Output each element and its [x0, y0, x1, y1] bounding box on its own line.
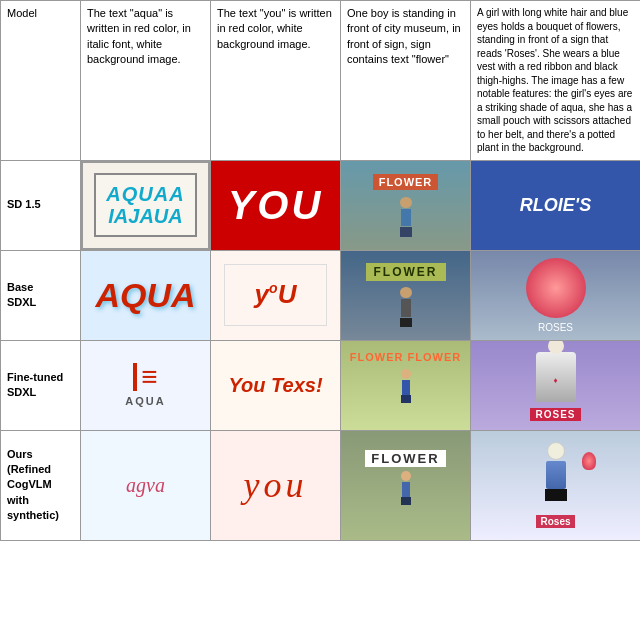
- header-model: Model: [1, 1, 81, 161]
- ours-head: [401, 471, 411, 481]
- person-legs: [400, 227, 412, 237]
- person-figure: [396, 197, 416, 237]
- model-label-ft: Fine-tunedSDXL: [1, 340, 81, 430]
- ours-you-image: you: [211, 430, 341, 540]
- sdxl-person-head: [400, 287, 412, 298]
- ft-person: [393, 369, 418, 419]
- ft-figure-body: ♦: [536, 352, 576, 402]
- sdxl-person-legs: [400, 318, 412, 328]
- ours-roses-sign: Roses: [536, 515, 574, 528]
- ours-anime-body: [546, 461, 566, 489]
- ours-legs: [401, 497, 411, 505]
- ft-head: [401, 369, 411, 379]
- sdxl-aqua-placeholder: AQUA: [81, 251, 210, 340]
- ft-label: Fine-tunedSDXL: [7, 371, 63, 398]
- sdxl-flower-scene: [396, 287, 416, 327]
- sdxl-label: BaseSDXL: [7, 281, 36, 308]
- ft-aqua-placeholder: ≡ AQUA: [81, 341, 210, 430]
- model-label-ours: Ours(RefinedCogVLMwithsynthetic): [1, 430, 81, 540]
- sdxl-roses-text: ROSES: [538, 322, 573, 333]
- ours-aqua-text: agva: [126, 474, 165, 497]
- header-col1: The text "aqua" is written in red color,…: [81, 1, 211, 161]
- sd15-flower-image: FLOWER: [341, 160, 471, 250]
- ft-flower-placeholder: FLOWER FLOWER: [341, 341, 470, 430]
- ours-anime-figure: [526, 442, 586, 512]
- sd15-you-img-placeholder: YOU: [211, 161, 340, 250]
- sd15-flower-banner: FLOWER: [373, 174, 439, 190]
- ft-aqua-image: ≡ AQUA: [81, 340, 211, 430]
- ours-anime-head: [547, 442, 565, 460]
- ours-flower-placeholder: FLOWER: [341, 431, 470, 540]
- sd15-aqua-image: AQUAA IAJAUA: [81, 160, 211, 250]
- ft-legs: [401, 395, 411, 403]
- ours-flower-image: FLOWER: [341, 430, 471, 540]
- ft-figure-label: ♦: [553, 376, 557, 385]
- sdxl-flower-image: FLOWER: [341, 250, 471, 340]
- sdxl-you-image: yoU: [211, 250, 341, 340]
- sdxl-aqua-text: AQUA: [95, 276, 195, 315]
- ft-body: [402, 380, 410, 395]
- ours-flower-banner: FLOWER: [365, 450, 445, 467]
- ours-you-text: you: [244, 464, 308, 506]
- sdxl-person-body: [401, 299, 411, 316]
- you-box: yoU: [224, 264, 327, 326]
- model-label-sdxl: BaseSDXL: [1, 250, 81, 340]
- sd15-flower-placeholder: FLOWER: [341, 161, 470, 250]
- person-head: [400, 197, 412, 208]
- logo-ie-mark: ≡: [133, 363, 157, 391]
- sdxl-flower-banner: FLOWER: [366, 263, 446, 281]
- ft-flower-image: FLOWER FLOWER: [341, 340, 471, 430]
- sdxl-roses-placeholder: ROSES: [471, 251, 640, 340]
- sdxl-roses-bouquet: [526, 258, 586, 318]
- logo-ie-container: ≡ AQUA: [125, 363, 165, 407]
- ft-roses-placeholder: ♦ ROSES: [471, 341, 640, 430]
- sd15-roses-image: RLOIE'S: [471, 160, 641, 250]
- header-col4: A girl with long white hair and blue eye…: [471, 1, 641, 161]
- sdxl-roses-image: ROSES: [471, 250, 641, 340]
- header-col3: One boy is standing in front of city mus…: [341, 1, 471, 161]
- sd15-you-text: YOU: [228, 183, 324, 228]
- aqua-text-bottom: IAJAUA: [108, 205, 182, 227]
- model-label-sd15: SD 1.5: [1, 160, 81, 250]
- sd15-roses-placeholder: RLOIE'S: [471, 161, 640, 250]
- sd15-roses-text: RLOIE'S: [520, 195, 591, 216]
- ours-label: Ours(RefinedCogVLMwithsynthetic): [7, 448, 59, 522]
- ft-you-text: You Texs!: [228, 374, 322, 397]
- sd15-you-image: YOU: [211, 160, 341, 250]
- ours-anime-legs: [545, 489, 567, 501]
- ours-roses-placeholder: Roses: [471, 431, 640, 540]
- sdxl-you-placeholder: yoU: [211, 251, 340, 340]
- ours-body: [402, 482, 410, 497]
- sdxl-you-text: yoU: [255, 279, 297, 310]
- ours-aqua-placeholder: agva: [81, 431, 210, 540]
- header-col2: The text "you" is written in red color, …: [211, 1, 341, 161]
- aqua-box: AQUAA IAJAUA: [94, 173, 196, 237]
- sd15-flower-scene: [396, 197, 416, 237]
- sdxl-aqua-image: AQUA: [81, 250, 211, 340]
- ft-you-placeholder: You Texs!: [211, 341, 340, 430]
- ours-you-placeholder: you: [211, 431, 340, 540]
- ours-flower-scene: [393, 471, 418, 521]
- ft-anime-figure: ♦: [528, 350, 583, 405]
- sdxl-flower-placeholder: FLOWER: [341, 251, 470, 340]
- logo-ie-text: AQUA: [125, 395, 165, 407]
- ours-person: [393, 471, 418, 521]
- ours-roses-image: Roses: [471, 430, 641, 540]
- ft-roses-image: ♦ ROSES: [471, 340, 641, 430]
- ft-roses-sign: ROSES: [530, 408, 580, 421]
- person-body: [401, 209, 411, 226]
- ours-bouquet: [582, 452, 596, 470]
- ft-flower-banner: FLOWER FLOWER: [350, 351, 461, 363]
- ft-figure-head: [548, 340, 564, 354]
- ft-you-image: You Texs!: [211, 340, 341, 430]
- ours-aqua-image: agva: [81, 430, 211, 540]
- ft-flower-scene: [393, 369, 418, 419]
- sd15-aqua-img-placeholder: AQUAA IAJAUA: [81, 161, 210, 250]
- aqua-text-top: AQUAA: [106, 183, 184, 205]
- sdxl-person: [396, 287, 416, 327]
